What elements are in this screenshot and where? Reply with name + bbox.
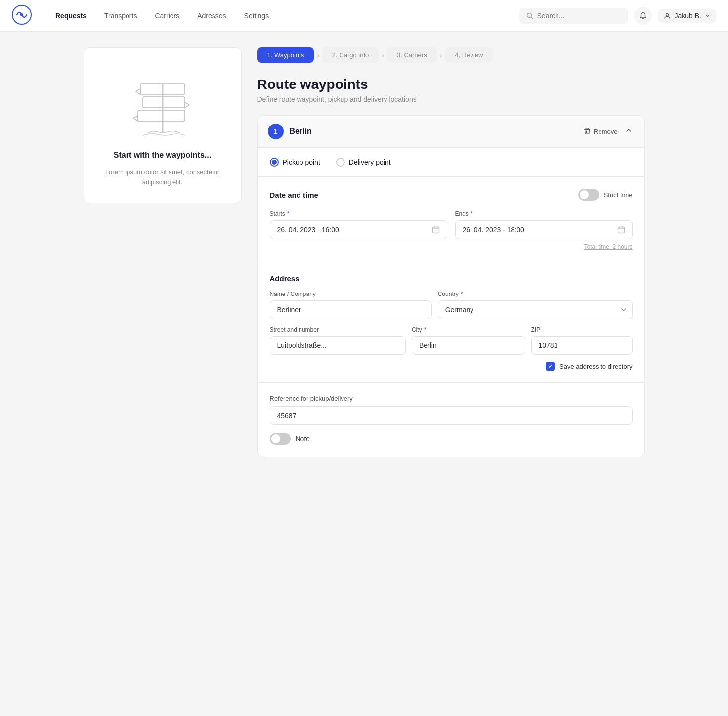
city-label: City * [412,326,525,333]
address-label: Address [270,274,633,283]
ends-required: * [471,211,473,217]
reference-section: Reference for pickup/delivery Note [258,383,644,457]
user-menu-button[interactable]: Jakub B. [658,9,716,23]
page-subtitle: Define route waypoint, pickup and delive… [257,95,645,103]
note-toggle[interactable] [270,433,291,445]
pickup-label: Pickup point [283,158,320,166]
stepper: 1. Waypoints › 2. Cargo info › 3. Carrie… [257,47,645,63]
svg-point-1 [20,13,23,16]
remove-button[interactable]: Remove [579,125,622,138]
strict-time-row: Strict time [578,189,633,201]
ends-field: Ends * [455,211,633,239]
svg-marker-9 [136,89,140,94]
nav-carriers[interactable]: Carriers [147,8,187,24]
step-review[interactable]: 4. Review [445,47,493,63]
nav-requests[interactable]: Requests [47,8,94,24]
starts-input-wrap[interactable] [270,220,447,239]
pickup-radio[interactable] [270,158,279,167]
reference-label: Reference for pickup/delivery [270,395,633,402]
chevron-down-icon [705,13,710,18]
name-input[interactable] [270,300,432,319]
addr-row-1: Name / Company Country * Germany France [270,291,633,319]
save-address-label: Save address to directory [559,363,632,370]
search-input[interactable] [537,12,621,20]
street-input[interactable] [270,336,406,355]
notification-button[interactable] [634,7,652,25]
nav-right: Jakub B. [519,7,716,25]
user-icon [664,12,671,19]
waypoint-header: 1 Berlin Remove [258,116,644,148]
note-row: Note [270,433,633,445]
svg-rect-19 [618,227,624,233]
nav-links: Requests Transports Carriers Adresses Se… [47,8,504,24]
navbar: Requests Transports Carriers Adresses Se… [0,0,728,32]
trash-icon [584,128,591,135]
name-label: Name / Company [270,291,432,297]
note-label: Note [296,435,310,443]
delivery-radio[interactable] [336,158,345,167]
expand-button[interactable] [623,125,635,139]
datetime-section: Date and time Strict time Starts * [258,177,644,262]
nav-adresses[interactable]: Adresses [189,8,234,24]
strict-time-label: Strict time [604,191,633,199]
logo[interactable] [12,5,32,27]
step-arrow-1: › [317,51,319,59]
city-input[interactable] [412,336,525,355]
delivery-label: Delivery point [349,158,391,166]
page-title: Route waypoints [257,77,645,92]
step-waypoints[interactable]: 1. Waypoints [257,47,314,63]
search-box[interactable] [519,8,628,24]
ends-input-wrap[interactable] [455,220,633,239]
chevron-up-icon [625,126,633,134]
step-arrow-2: › [382,51,384,59]
starts-required: * [287,211,290,217]
reference-input[interactable] [270,406,633,425]
search-icon [526,12,533,19]
save-address-row: Save address to directory [270,362,633,371]
street-label: Street and number [270,326,406,333]
total-time: Total time: 2 hours [270,243,633,250]
svg-point-4 [666,13,668,16]
waypoint-illustration [118,64,207,143]
country-field: Country * Germany France Poland Netherla… [438,291,633,319]
calendar-icon[interactable] [432,226,440,234]
form-area: 1. Waypoints › 2. Cargo info › 3. Carrie… [257,47,645,465]
name-field: Name / Company [270,291,432,319]
step-carriers[interactable]: 3. Carriers [387,47,437,63]
strict-time-toggle[interactable] [578,189,599,201]
svg-rect-7 [143,97,185,108]
addr-row-2: Street and number City * ZIP [270,326,633,355]
delivery-option[interactable]: Delivery point [336,158,391,167]
street-field: Street and number [270,326,406,355]
starts-input[interactable] [277,226,428,234]
country-required: * [461,291,463,297]
calendar-end-icon[interactable] [617,226,625,234]
main-content: Start with the waypoints... Lorem ipsum … [68,32,661,481]
user-name: Jakub B. [675,12,701,20]
step-arrow-3: › [440,51,442,59]
country-select[interactable]: Germany France Poland Netherlands Austri… [438,300,633,319]
save-address-checkbox[interactable] [546,362,555,371]
waypoint-card: 1 Berlin Remove [257,115,645,457]
sidebar-title: Start with the waypoints... [114,151,211,160]
address-section: Address Name / Company Country * G [258,262,644,382]
remove-label: Remove [594,128,617,135]
sidebar-description: Lorem ipsum dolor sit amet, consectetur … [96,168,229,187]
starts-field: Starts * [270,211,447,239]
pickup-option[interactable]: Pickup point [270,158,320,167]
step-cargo[interactable]: 2. Cargo info [322,47,379,63]
country-label: Country * [438,291,633,297]
ends-input[interactable] [463,226,613,234]
nav-transports[interactable]: Transports [96,8,145,24]
radio-row: Pickup point Delivery point [258,148,644,176]
nav-settings[interactable]: Settings [236,8,277,24]
sidebar-card: Start with the waypoints... Lorem ipsum … [84,47,242,203]
zip-label: ZIP [531,326,633,333]
svg-line-3 [531,17,533,19]
waypoint-number: 1 [268,124,284,139]
zip-input[interactable] [531,336,633,355]
country-select-wrap[interactable]: Germany France Poland Netherlands Austri… [438,300,633,319]
svg-rect-8 [138,110,185,121]
svg-rect-15 [432,227,439,233]
city-required: * [424,326,427,333]
